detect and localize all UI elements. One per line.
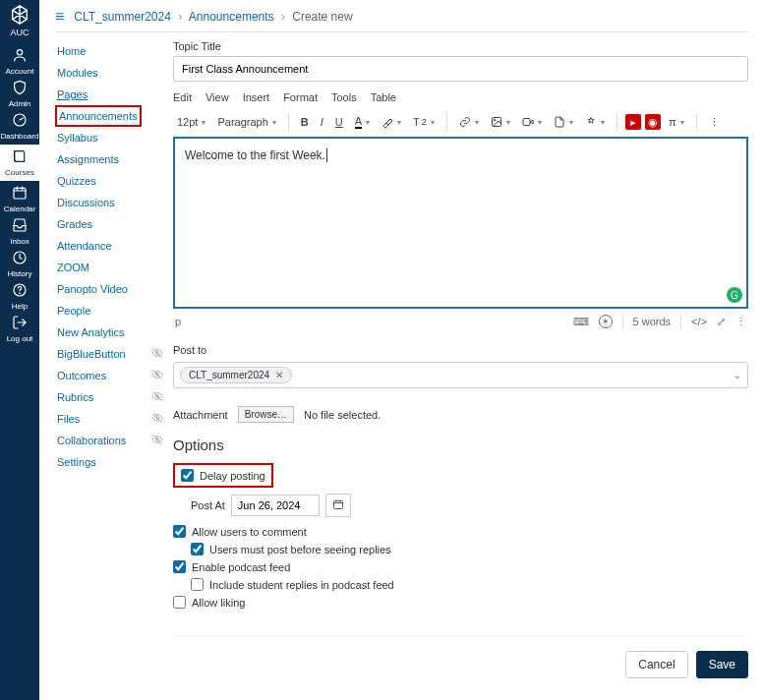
global-nav-courses[interactable]: Courses <box>0 145 38 181</box>
a11y-icon[interactable]: ✶ <box>599 315 613 328</box>
italic-button[interactable]: I <box>317 114 327 130</box>
post-to-select[interactable]: CLT_summer2024 ✕ ⌄ <box>173 362 748 388</box>
global-nav-log-out[interactable]: Log out <box>0 315 38 343</box>
apps-button[interactable] <box>581 114 609 130</box>
youtube-icon[interactable]: ▸ <box>625 114 641 130</box>
rte-menu-edit[interactable]: Edit <box>173 91 192 103</box>
delay-posting-checkbox[interactable] <box>181 469 194 482</box>
course-nav-assignments[interactable]: Assignments <box>55 148 121 170</box>
global-nav-account[interactable]: Account <box>0 47 38 76</box>
rte-menu-view[interactable]: View <box>206 91 229 103</box>
underline-button[interactable]: U <box>331 114 347 130</box>
course-nav-files[interactable]: Files <box>55 408 82 430</box>
global-nav-label: Calendar <box>4 204 35 213</box>
link-button[interactable] <box>455 114 483 130</box>
course-nav-pages[interactable]: Pages <box>55 84 89 105</box>
global-nav-dashboard[interactable]: Dashboard <box>0 112 38 141</box>
allow-liking-option[interactable]: Allow liking <box>173 596 748 609</box>
media-button[interactable] <box>518 114 546 130</box>
highlight-button[interactable] <box>378 114 405 130</box>
course-nav-people[interactable]: People <box>55 300 92 321</box>
course-nav-outcomes[interactable]: Outcomes <box>55 365 108 386</box>
record-icon[interactable]: ◉ <box>645 114 661 130</box>
rte-menu-insert[interactable]: Insert <box>243 91 270 103</box>
global-nav-admin[interactable]: Admin <box>0 80 38 108</box>
allow-comment-checkbox[interactable] <box>173 525 186 538</box>
bold-button[interactable]: B <box>297 114 313 130</box>
must-post-checkbox[interactable] <box>191 543 204 555</box>
editor-body[interactable]: Welcome to the first Week. G <box>173 137 748 309</box>
cancel-button[interactable]: Cancel <box>625 651 687 678</box>
block-format-select[interactable]: Paragraph <box>213 114 279 130</box>
html-view-button[interactable]: </> <box>691 316 707 327</box>
course-nav-collaborations[interactable]: Collaborations <box>55 430 128 451</box>
podcast-option[interactable]: Enable podcast feed <box>173 560 748 573</box>
options-block: Delay posting Post At Allow users to com… <box>173 463 748 609</box>
global-nav-inbox[interactable]: Inbox <box>0 217 38 246</box>
global-nav-label: Inbox <box>10 237 29 246</box>
chip-remove-icon[interactable]: ✕ <box>275 370 283 380</box>
must-post-option[interactable]: Users must post before seeing replies <box>191 543 748 555</box>
save-button[interactable]: Save <box>696 651 748 678</box>
browse-button[interactable]: Browse… <box>238 406 294 423</box>
shield-icon <box>0 80 38 97</box>
help-icon <box>0 282 38 300</box>
allow-liking-label: Allow liking <box>192 597 245 609</box>
course-nav-zoom[interactable]: ZOOM <box>55 257 91 278</box>
allow-comment-option[interactable]: Allow users to comment <box>173 525 748 538</box>
course-nav-bigbluebutton[interactable]: BigBlueButton <box>55 343 128 365</box>
font-size-select[interactable]: 12pt <box>173 114 209 130</box>
editor-more-button[interactable]: ⋮ <box>735 316 746 328</box>
fullscreen-button[interactable]: ⤢ <box>717 316 726 328</box>
course-nav-home[interactable]: Home <box>55 40 88 62</box>
keyboard-icon[interactable]: ⌨ <box>573 316 589 328</box>
must-post-label: Users must post before seeing replies <box>209 544 391 555</box>
document-button[interactable] <box>550 114 577 130</box>
podcast-checkbox[interactable] <box>173 560 186 573</box>
course-nav-panopto-video[interactable]: Panopto Video <box>55 278 130 300</box>
more-button[interactable]: ⋮ <box>705 114 724 131</box>
course-nav-syllabus[interactable]: Syllabus <box>55 127 100 148</box>
rte-menu-table[interactable]: Table <box>371 91 396 103</box>
topic-title-input[interactable] <box>173 56 748 82</box>
rte-menu-tools[interactable]: Tools <box>331 91 357 103</box>
hidden-icon <box>151 412 163 426</box>
course-nav-discussions[interactable]: Discussions <box>55 192 117 213</box>
account-icon <box>0 47 38 65</box>
global-nav-calendar[interactable]: Calendar <box>0 185 38 213</box>
crumb-section[interactable]: Announcements <box>189 10 274 24</box>
image-button[interactable] <box>487 114 514 130</box>
word-count: 5 words <box>633 316 672 327</box>
podcast-student-option[interactable]: Include student replies in podcast feed <box>191 578 748 591</box>
course-nav-attendance[interactable]: Attendance <box>55 235 114 257</box>
course-nav-settings[interactable]: Settings <box>55 451 98 473</box>
hidden-icon <box>151 434 163 447</box>
allow-liking-checkbox[interactable] <box>173 596 186 609</box>
crumb-course[interactable]: CLT_summer2024 <box>74 10 170 24</box>
svg-point-5 <box>20 293 21 294</box>
post-at-input[interactable] <box>231 495 320 516</box>
chip-label: CLT_summer2024 <box>189 370 269 380</box>
equation-button[interactable]: π <box>665 114 688 130</box>
rte-toolbar: 12pt Paragraph B I U A T2 ▸ ◉ π ⋮ <box>173 109 748 137</box>
grammarly-icon[interactable]: G <box>727 287 742 303</box>
course-nav-modules[interactable]: Modules <box>55 62 100 84</box>
global-nav-history[interactable]: History <box>0 250 38 278</box>
global-nav-label: Dashboard <box>0 132 38 141</box>
rte-menu-format[interactable]: Format <box>283 91 318 103</box>
delay-posting-option[interactable]: Delay posting <box>173 463 273 488</box>
chevron-right-icon: › <box>281 10 285 24</box>
global-nav-help[interactable]: Help <box>0 282 38 311</box>
course-nav-quizzes[interactable]: Quizzes <box>55 170 98 192</box>
options-heading: Options <box>173 437 748 453</box>
course-nav-grades[interactable]: Grades <box>55 213 94 235</box>
hamburger-icon[interactable]: ≡ <box>55 8 64 26</box>
text-color-button[interactable]: A <box>351 113 374 131</box>
course-nav-new-analytics[interactable]: New Analytics <box>55 321 126 343</box>
course-nav-rubrics[interactable]: Rubrics <box>55 386 95 408</box>
calendar-icon[interactable] <box>325 494 351 517</box>
podcast-student-checkbox[interactable] <box>191 578 204 591</box>
superscript-button[interactable]: T2 <box>409 114 439 130</box>
course-nav-announcements[interactable]: Announcements <box>55 105 142 127</box>
crumb-current: Create new <box>292 10 352 24</box>
